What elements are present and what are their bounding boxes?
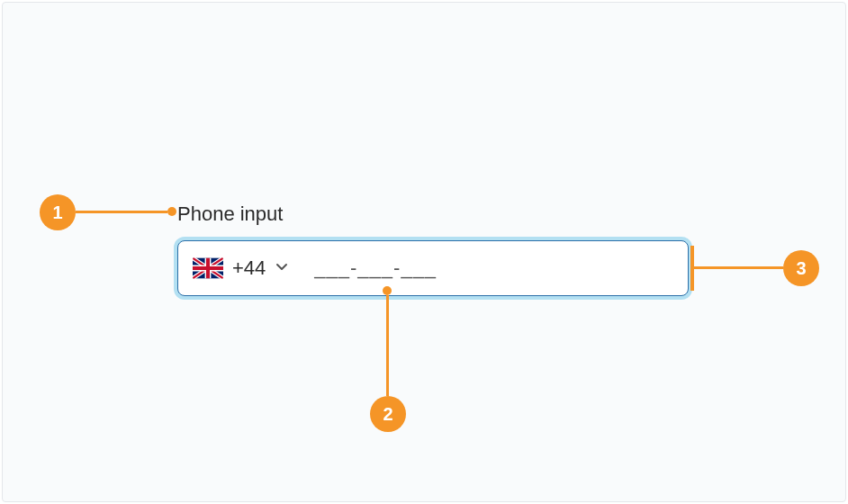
- example-frame: Phone input +44 ___-___-___ 1 2: [2, 2, 846, 502]
- dial-code: +44: [232, 256, 266, 280]
- chevron-down-icon: [275, 259, 289, 277]
- uk-flag-icon: [193, 257, 223, 279]
- callout-line: [691, 266, 783, 269]
- phone-input[interactable]: +44 ___-___-___: [177, 240, 689, 296]
- callout-dot: [167, 207, 176, 216]
- callout-dot: [383, 286, 392, 295]
- callout-badge-3: 3: [783, 250, 819, 286]
- callout-badge-2: 2: [370, 396, 406, 432]
- callout-line: [76, 211, 167, 213]
- callout-line: [386, 295, 389, 396]
- callout-badge-1: 1: [40, 194, 76, 230]
- field-label: Phone input: [177, 202, 283, 226]
- country-selector[interactable]: +44: [193, 256, 289, 280]
- phone-number-field[interactable]: ___-___-___: [314, 256, 437, 280]
